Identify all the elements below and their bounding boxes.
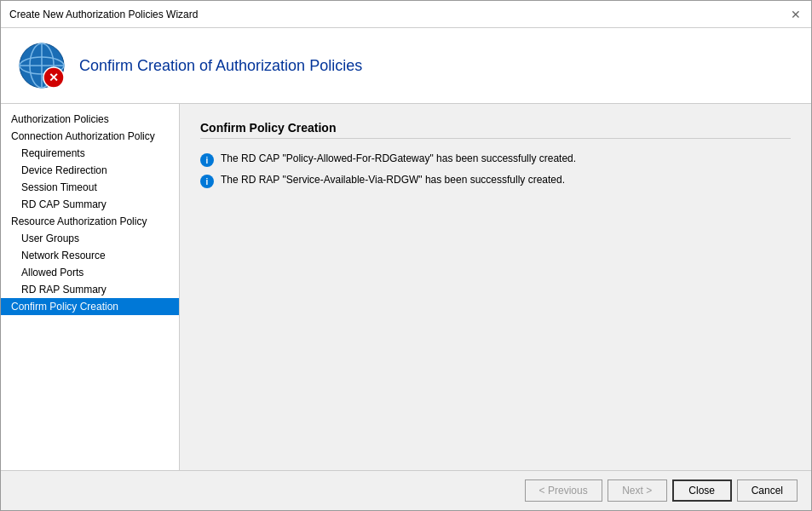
close-icon[interactable]: ✕	[789, 8, 803, 21]
message-item-msg2: iThe RD RAP "Service-Available-Via-RDGW"…	[200, 174, 791, 188]
sidebar-item-network-resource[interactable]: Network Resource	[1, 247, 179, 264]
sidebar-item-session-timeout[interactable]: Session Timeout	[1, 179, 179, 196]
sidebar-item-requirements[interactable]: Requirements	[1, 145, 179, 162]
footer: < Previous Next > Close Cancel	[1, 470, 811, 510]
next-button[interactable]: Next >	[608, 479, 667, 502]
sidebar-item-rd-rap-summary[interactable]: RD RAP Summary	[1, 281, 179, 298]
sidebar-item-connection-auth-policy[interactable]: Connection Authorization Policy	[1, 128, 179, 145]
sidebar-item-confirm-policy-creation[interactable]: Confirm Policy Creation	[1, 298, 179, 315]
title-bar: Create New Authorization Policies Wizard…	[1, 1, 811, 28]
section-title: Confirm Policy Creation	[200, 121, 791, 139]
previous-button[interactable]: < Previous	[525, 479, 602, 502]
message-item-msg1: iThe RD CAP "Policy-Allowed-For-RDGatewa…	[200, 152, 791, 167]
svg-text:✕: ✕	[49, 71, 59, 84]
title-bar-text: Create New Authorization Policies Wizard	[9, 9, 198, 20]
message-text: The RD RAP "Service-Available-Via-RDGW" …	[221, 174, 565, 186]
sidebar-item-device-redirection[interactable]: Device Redirection	[1, 162, 179, 179]
message-list: iThe RD CAP "Policy-Allowed-For-RDGatewa…	[200, 152, 791, 188]
cancel-button[interactable]: Cancel	[737, 479, 798, 502]
info-icon: i	[200, 153, 214, 167]
info-icon: i	[200, 175, 214, 188]
sidebar-item-authorization-policies[interactable]: Authorization Policies	[1, 111, 179, 128]
dialog: Create New Authorization Policies Wizard…	[0, 0, 812, 511]
header-title: Confirm Creation of Authorization Polici…	[79, 57, 362, 75]
main-content: Confirm Policy Creation iThe RD CAP "Pol…	[180, 104, 811, 470]
sidebar: Authorization PoliciesConnection Authori…	[1, 104, 180, 470]
sidebar-item-user-groups[interactable]: User Groups	[1, 230, 179, 247]
content: Authorization PoliciesConnection Authori…	[1, 104, 811, 470]
header-icon: ✕	[18, 42, 66, 89]
sidebar-item-allowed-ports[interactable]: Allowed Ports	[1, 264, 179, 281]
wizard-icon-svg: ✕	[18, 42, 66, 89]
message-text: The RD CAP "Policy-Allowed-For-RDGateway…	[221, 152, 576, 164]
close-button[interactable]: Close	[672, 479, 732, 502]
header: ✕ Confirm Creation of Authorization Poli…	[1, 28, 811, 104]
sidebar-item-rd-cap-summary[interactable]: RD CAP Summary	[1, 196, 179, 213]
sidebar-item-resource-auth-policy[interactable]: Resource Authorization Policy	[1, 213, 179, 230]
main-panel: Confirm Policy Creation iThe RD CAP "Pol…	[180, 104, 811, 470]
